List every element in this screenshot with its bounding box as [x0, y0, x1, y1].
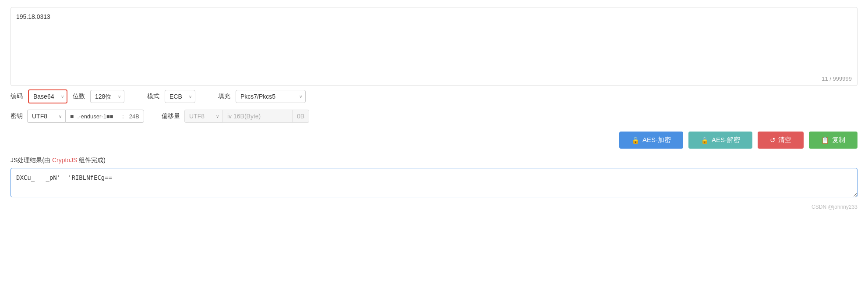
clear-label: 清空: [778, 136, 791, 144]
decrypt-label: AES-解密: [712, 136, 740, 144]
offset-label: 偏移量: [162, 112, 180, 120]
offset-encoding-select[interactable]: UTF8 Base64 Hex: [184, 110, 222, 123]
offset-input-group: UTF8 Base64 Hex iv 16B(Byte) 0B: [184, 110, 309, 123]
clear-button[interactable]: ↺ 清空: [758, 132, 804, 149]
padding-select-wrapper: Pkcs7/Pkcs5 ZeroPadding NoPadding Iso101…: [236, 90, 306, 103]
decrypt-button[interactable]: 🔒 AES-解密: [688, 132, 752, 149]
copy-label: 复制: [832, 136, 845, 144]
key-size: 24B: [129, 113, 139, 120]
key-encoding-select-wrapper: UTF8 Base64 Hex Latin1: [27, 110, 65, 123]
offset-size: 0B: [293, 110, 309, 123]
copy-icon: 📋: [821, 136, 829, 144]
padding-select[interactable]: Pkcs7/Pkcs5 ZeroPadding NoPadding Iso101…: [236, 90, 306, 103]
encoding-label: 编码: [11, 93, 23, 100]
char-count: 11 / 999999: [822, 75, 852, 82]
key-encoding-select[interactable]: UTF8 Base64 Hex Latin1: [27, 110, 65, 123]
lock-icon: 🔒: [632, 136, 640, 144]
refresh-icon: ↺: [770, 136, 776, 144]
encrypt-button[interactable]: 🔒 AES-加密: [619, 132, 683, 149]
footer-text: CSDN @johnny233: [812, 204, 857, 210]
key-separator: :: [122, 113, 124, 120]
key-label: 密钥: [11, 112, 23, 120]
result-textarea[interactable]: [11, 168, 857, 197]
input-area: 195.18.0313 11 / 999999: [11, 7, 857, 86]
actions-row: 🔒 AES-加密 🔒 AES-解密 ↺ 清空 📋 复制: [11, 132, 857, 149]
bits-label: 位数: [73, 93, 85, 100]
padding-label: 填充: [218, 93, 230, 100]
key-value-box[interactable]: ■ .-enduser-1■■ : 24B: [65, 110, 144, 123]
result-label-suffix: 组件完成): [77, 157, 106, 164]
key-input-group: UTF8 Base64 Hex Latin1 ■ .-enduser-1■■ :…: [27, 110, 144, 123]
copy-button[interactable]: 📋 复制: [809, 132, 857, 149]
key-text: .-enduser-1■■: [77, 113, 117, 120]
encoding-select[interactable]: Base64 Hex Latin1 Utf8: [28, 89, 67, 103]
page-container: 195.18.0313 11 / 999999 编码 Base64 Hex La…: [0, 0, 868, 292]
offset-iv-text: iv 16B(Byte): [227, 113, 261, 120]
unlock-icon: 🔒: [701, 136, 709, 144]
bits-select[interactable]: 128位 192位 256位: [90, 90, 124, 103]
result-label-prefix: JS处理结果(由: [11, 157, 52, 164]
mode-select-wrapper: ECB CBC CFB OFB CTR: [165, 90, 195, 103]
encrypt-label: AES-加密: [642, 136, 671, 144]
result-label: JS处理结果(由 CryptoJS 组件完成): [11, 157, 857, 164]
cryptojs-link[interactable]: CryptoJS: [52, 157, 78, 164]
input-text: 195.18.0313: [16, 12, 852, 21]
encoding-select-wrapper: Base64 Hex Latin1 Utf8: [28, 89, 67, 103]
offset-encoding-select-wrapper: UTF8 Base64 Hex: [184, 110, 222, 123]
mode-select[interactable]: ECB CBC CFB OFB CTR: [165, 90, 195, 103]
page-footer: CSDN @johnny233: [11, 204, 857, 210]
key-row: 密钥 UTF8 Base64 Hex Latin1 ■ .-enduser-1■…: [11, 110, 857, 123]
offset-iv-box[interactable]: iv 16B(Byte): [222, 110, 293, 123]
encoding-row: 编码 Base64 Hex Latin1 Utf8 位数 128位 192位 2…: [11, 89, 857, 103]
result-section: JS处理结果(由 CryptoJS 组件完成): [11, 157, 857, 199]
key-icon: ■: [70, 113, 74, 120]
mode-label: 模式: [147, 93, 159, 100]
bits-select-wrapper: 128位 192位 256位: [90, 90, 124, 103]
